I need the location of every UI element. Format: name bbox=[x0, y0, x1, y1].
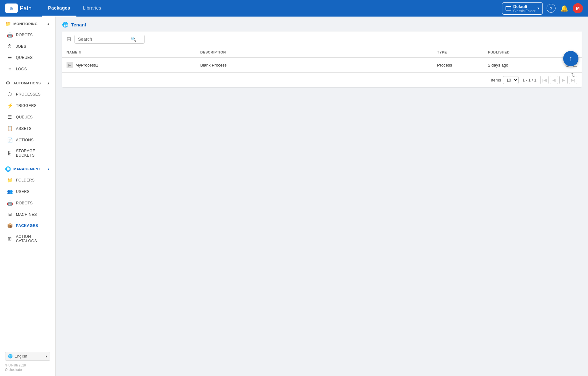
sidebar-section-monitoring: 📁 MONITORING ▲ 🤖 ROBOTS ⏱ JOBS ☰ QUEUES … bbox=[0, 17, 55, 76]
th-description: DESCRIPTION bbox=[200, 50, 437, 54]
folders-icon: 📁 bbox=[7, 177, 13, 183]
storage-icon: 🗄 bbox=[7, 151, 13, 156]
sort-name-icon: ⇅ bbox=[79, 51, 81, 54]
folder-icon bbox=[506, 6, 511, 11]
assets-icon: 📋 bbox=[7, 126, 13, 131]
breadcrumb: 🌐 Tenant bbox=[62, 22, 582, 28]
globe-icon: 🌐 bbox=[8, 354, 13, 358]
processes-icon: ⬡ bbox=[7, 91, 13, 97]
sidebar-item-queues-automations[interactable]: ☰ QUEUES bbox=[0, 111, 55, 123]
toolbar: ⊞ 🔍 bbox=[62, 32, 582, 47]
search-icon: 🔍 bbox=[131, 37, 136, 42]
sidebar-item-action-catalogs[interactable]: ⊞ ACTION CATALOGS bbox=[0, 231, 55, 246]
sidebar-item-triggers[interactable]: ⚡ TRIGGERS bbox=[0, 100, 55, 111]
refresh-icon: ↻ bbox=[571, 72, 576, 79]
folder-open-icon: 📁 bbox=[5, 21, 11, 27]
management-chevron-icon: ▲ bbox=[47, 167, 50, 171]
first-page-button[interactable]: |◀ bbox=[540, 76, 549, 84]
search-wrapper: 🔍 bbox=[74, 35, 145, 44]
items-per-page-select[interactable]: 10 25 50 bbox=[503, 76, 519, 84]
app-logo[interactable]: Ui Path bbox=[5, 4, 32, 13]
breadcrumb-globe-icon: 🌐 bbox=[62, 22, 68, 28]
table-header: NAME ⇅ DESCRIPTION TYPE PUBLISHED bbox=[62, 47, 582, 58]
packages-table-container: ⊞ 🔍 NAME ⇅ DESCRIPTION TYPE bbox=[62, 32, 582, 87]
sidebar-item-users[interactable]: 👥 USERS bbox=[0, 186, 55, 197]
robot-icon: 🤖 bbox=[7, 32, 13, 38]
action-catalogs-icon: ⊞ bbox=[7, 236, 13, 242]
sidebar-group-automations[interactable]: ⚙ AUTOMATIONS ▲ bbox=[0, 77, 55, 89]
td-description: Blank Process bbox=[200, 63, 437, 67]
td-name: ▶ MyProcess1 bbox=[67, 62, 200, 68]
sidebar: 📁 MONITORING ▲ 🤖 ROBOTS ⏱ JOBS ☰ QUEUES … bbox=[0, 17, 56, 376]
logo-box: Ui bbox=[5, 4, 18, 13]
logo-text: Path bbox=[20, 5, 32, 12]
page-info: 1 - 1 / 1 bbox=[522, 78, 536, 82]
refresh-button[interactable]: ↻ bbox=[568, 70, 578, 80]
packages-icon: 📦 bbox=[7, 223, 13, 229]
sidebar-item-assets[interactable]: 📋 ASSETS bbox=[0, 123, 55, 134]
sidebar-item-robots-monitoring[interactable]: 🤖 ROBOTS bbox=[0, 29, 55, 41]
td-type: Process bbox=[437, 63, 488, 67]
table-row: ▶ MyProcess1 Blank Process Process 2 day… bbox=[62, 58, 582, 72]
triggers-icon: ⚡ bbox=[7, 103, 13, 109]
notifications-button[interactable]: 🔔 bbox=[559, 4, 569, 13]
queues-auto-icon: ☰ bbox=[7, 114, 13, 120]
language-selector[interactable]: 🌐 English ▾ bbox=[5, 352, 50, 361]
sidebar-item-jobs[interactable]: ⏱ JOBS bbox=[0, 41, 55, 52]
bell-icon: 🔔 bbox=[560, 4, 568, 12]
automations-chevron-icon: ▲ bbox=[47, 81, 50, 85]
th-published: PUBLISHED bbox=[488, 50, 552, 54]
folder-selector[interactable]: Default Classic Folder ▾ bbox=[502, 2, 543, 15]
help-button[interactable]: ? bbox=[547, 4, 556, 13]
next-page-button[interactable]: ▶ bbox=[559, 76, 568, 84]
monitoring-chevron-icon: ▲ bbox=[47, 22, 50, 26]
prev-page-button[interactable]: ◀ bbox=[550, 76, 558, 84]
td-published: 2 days ago bbox=[488, 63, 552, 67]
items-per-page: Items 10 25 50 bbox=[491, 76, 519, 84]
tab-packages[interactable]: Packages bbox=[42, 0, 76, 17]
sidebar-section-automations: ⚙ AUTOMATIONS ▲ ⬡ PROCESSES ⚡ TRIGGERS ☰… bbox=[0, 76, 55, 162]
sidebar-item-packages[interactable]: 📦 PACKAGES bbox=[0, 220, 55, 231]
sidebar-item-folders[interactable]: 📁 FOLDERS bbox=[0, 174, 55, 186]
sidebar-section-management: 🌐 MANAGEMENT ▲ 📁 FOLDERS 👥 USERS 🤖 ROBOT… bbox=[0, 162, 55, 247]
search-input[interactable] bbox=[78, 37, 129, 42]
main-content: 🌐 Tenant ⊞ 🔍 NAME ⇅ DESCRIPTION bbox=[56, 17, 588, 376]
sidebar-item-robots-management[interactable]: 🤖 ROBOTS bbox=[0, 197, 55, 209]
logs-icon: ≡ bbox=[7, 66, 13, 72]
view-toggle-button[interactable]: ⊞ bbox=[67, 36, 71, 43]
th-type: TYPE bbox=[437, 50, 488, 54]
upload-icon: ↑ bbox=[569, 54, 573, 63]
robots-mgmt-icon: 🤖 bbox=[7, 200, 13, 206]
sidebar-item-machines[interactable]: 🖥 MACHINES bbox=[0, 209, 55, 220]
process-icon: ▶ bbox=[67, 62, 73, 68]
language-chevron-icon: ▾ bbox=[46, 354, 47, 358]
users-icon: 👥 bbox=[7, 189, 13, 195]
avatar[interactable]: M bbox=[573, 3, 583, 13]
actions-icon: 📄 bbox=[7, 137, 13, 143]
folder-chevron-icon: ▾ bbox=[537, 6, 539, 11]
sidebar-group-management[interactable]: 🌐 MANAGEMENT ▲ bbox=[0, 163, 55, 174]
topnav-right: Default Classic Folder ▾ ? 🔔 M bbox=[502, 2, 583, 15]
upload-package-button[interactable]: ↑ bbox=[563, 51, 578, 66]
folder-label: Default Classic Folder bbox=[513, 4, 535, 13]
sidebar-group-monitoring[interactable]: 📁 MONITORING ▲ bbox=[0, 18, 55, 29]
queues-icon: ☰ bbox=[7, 55, 13, 60]
th-name[interactable]: NAME ⇅ bbox=[67, 50, 200, 54]
management-globe-icon: 🌐 bbox=[5, 166, 11, 172]
pagination: Items 10 25 50 1 - 1 / 1 |◀ ◀ ▶ ▶| bbox=[62, 72, 582, 87]
jobs-icon: ⏱ bbox=[7, 44, 13, 49]
machines-icon: 🖥 bbox=[7, 212, 13, 217]
copyright: © UiPath 2020 Orchestrator bbox=[5, 363, 50, 372]
topnav-tabs: Packages Libraries bbox=[42, 0, 502, 17]
topnav: Ui Path Packages Libraries Default Class… bbox=[0, 0, 588, 17]
sidebar-item-storage-buckets[interactable]: 🗄 STORAGE BUCKETS bbox=[0, 146, 55, 160]
sidebar-item-queues-monitoring[interactable]: ☰ QUEUES bbox=[0, 52, 55, 63]
sidebar-footer: 🌐 English ▾ © UiPath 2020 Orchestrator bbox=[0, 348, 55, 376]
tab-libraries[interactable]: Libraries bbox=[76, 0, 108, 17]
automations-icon: ⚙ bbox=[5, 80, 11, 86]
layout: 📁 MONITORING ▲ 🤖 ROBOTS ⏱ JOBS ☰ QUEUES … bbox=[0, 17, 588, 376]
sidebar-item-actions[interactable]: 📄 ACTIONS bbox=[0, 134, 55, 146]
sidebar-item-processes[interactable]: ⬡ PROCESSES bbox=[0, 89, 55, 100]
sidebar-item-logs[interactable]: ≡ LOGS bbox=[0, 63, 55, 74]
